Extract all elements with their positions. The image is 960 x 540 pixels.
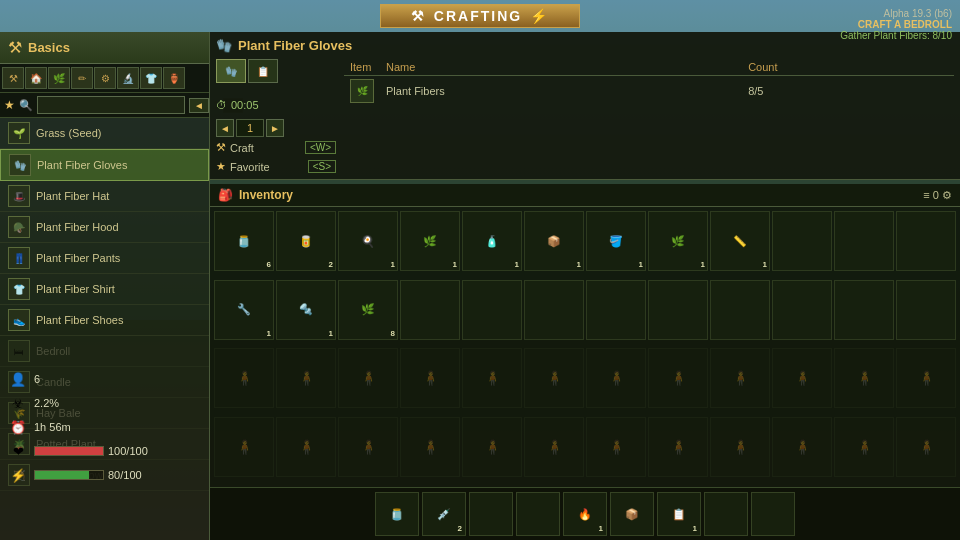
- inventory-slot[interactable]: 🧍: [834, 417, 894, 477]
- recipe-item[interactable]: 🌱 Grass (Seed): [0, 118, 209, 149]
- craft-tab-info[interactable]: 📋: [248, 59, 278, 83]
- hotbar-slot-icon: 📦: [625, 508, 639, 521]
- inventory-slot[interactable]: 📦 1: [524, 211, 584, 271]
- inventory-panel: 🎒 Inventory ≡ 0 ⚙ 🫙 6 🥫 2 🍳 1 �: [210, 184, 960, 487]
- ghost-figure: 🧍: [794, 370, 811, 386]
- inventory-slot[interactable]: [896, 280, 956, 340]
- inventory-slot[interactable]: [896, 211, 956, 271]
- stamina-icon: ⚡: [8, 465, 28, 485]
- inventory-slot[interactable]: 🧍: [710, 348, 770, 408]
- inventory-slot[interactable]: 🔩 1: [276, 280, 336, 340]
- inventory-slot[interactable]: 🧍: [400, 348, 460, 408]
- inventory-slot[interactable]: 🧍: [524, 348, 584, 408]
- cat-icon-write[interactable]: ✏: [71, 67, 93, 89]
- hotbar-slot[interactable]: 🔥 1: [563, 492, 607, 536]
- recipe-item[interactable]: 👟 Plant Fiber Shoes: [0, 305, 209, 336]
- craft-tabs: 🧤 📋: [216, 59, 336, 83]
- inventory-slot[interactable]: 🪣 1: [586, 211, 646, 271]
- recipe-item-icon: 🎩: [8, 185, 30, 207]
- recipe-item[interactable]: 🎩 Plant Fiber Hat: [0, 181, 209, 212]
- inventory-slot[interactable]: 🧍: [586, 417, 646, 477]
- cat-icon-gear[interactable]: ⚙: [94, 67, 116, 89]
- cat-icon-science[interactable]: 🔬: [117, 67, 139, 89]
- inventory-slot[interactable]: 🧍: [772, 348, 832, 408]
- slot-icon: 📏: [733, 235, 747, 248]
- req-header-count: Count: [742, 59, 954, 76]
- inventory-slot[interactable]: 🫙 6: [214, 211, 274, 271]
- recipe-item-name: Plant Fiber Shirt: [36, 283, 115, 295]
- inventory-weight: ≡ 0 ⚙: [923, 189, 952, 202]
- inventory-slot[interactable]: [462, 280, 522, 340]
- inventory-slot[interactable]: 🌿 8: [338, 280, 398, 340]
- inventory-slot[interactable]: 🧍: [524, 417, 584, 477]
- inventory-slot[interactable]: 🧍: [276, 348, 336, 408]
- slot-count: 1: [701, 260, 705, 269]
- recipe-item-name: Plant Fiber Hood: [36, 221, 119, 233]
- version-label: Alpha 19.3 (b6): [840, 8, 952, 19]
- cat-icon-home[interactable]: 🏠: [25, 67, 47, 89]
- inventory-slot[interactable]: 🧍: [710, 417, 770, 477]
- inventory-slot[interactable]: 🧍: [772, 417, 832, 477]
- hotbar-slot[interactable]: 📋 1: [657, 492, 701, 536]
- nav-left-button[interactable]: ◄: [189, 98, 209, 113]
- inventory-slot[interactable]: 🧍: [338, 417, 398, 477]
- inventory-slot[interactable]: 🔧 1: [214, 280, 274, 340]
- craft-timer: ⏱ 00:05: [216, 99, 259, 111]
- inventory-slot[interactable]: 🧍: [276, 417, 336, 477]
- inventory-slot[interactable]: [772, 280, 832, 340]
- hotbar-slot[interactable]: [704, 492, 748, 536]
- recipe-item[interactable]: 🧤 Plant Fiber Gloves: [0, 149, 209, 181]
- hotbar-slot[interactable]: [469, 492, 513, 536]
- hotbar-slot-icon: 💉: [437, 508, 451, 521]
- qty-increase-button[interactable]: ►: [266, 119, 284, 137]
- inventory-slot[interactable]: [400, 280, 460, 340]
- inventory-slot[interactable]: 🧍: [338, 348, 398, 408]
- inventory-slot[interactable]: [648, 280, 708, 340]
- ghost-figure: 🧍: [422, 370, 439, 386]
- hotbar-slot[interactable]: 📦: [610, 492, 654, 536]
- craft-tab-item[interactable]: 🧤: [216, 59, 246, 83]
- cat-icon-nature[interactable]: 🌿: [48, 67, 70, 89]
- level-row: 👤 6: [8, 369, 148, 389]
- inventory-slot[interactable]: 🧴 1: [462, 211, 522, 271]
- hotbar-slot[interactable]: [516, 492, 560, 536]
- inventory-slot[interactable]: 🧍: [648, 417, 708, 477]
- inventory-slot[interactable]: 🌿 1: [400, 211, 460, 271]
- inventory-slot[interactable]: 🍳 1: [338, 211, 398, 271]
- hotbar-slot-count: 2: [458, 524, 462, 533]
- inventory-slot[interactable]: 🌿 1: [648, 211, 708, 271]
- recipe-item[interactable]: 🛏 Bedroll: [0, 336, 209, 367]
- inventory-slot[interactable]: 🧍: [896, 348, 956, 408]
- cat-icon-clothing[interactable]: 👕: [140, 67, 162, 89]
- recipe-item[interactable]: 🪖 Plant Fiber Hood: [0, 212, 209, 243]
- inventory-slot[interactable]: 🧍: [896, 417, 956, 477]
- inventory-slot[interactable]: [834, 280, 894, 340]
- inventory-slot[interactable]: 🧍: [214, 417, 274, 477]
- inventory-slot[interactable]: [834, 211, 894, 271]
- inventory-slot[interactable]: 📏 1: [710, 211, 770, 271]
- inventory-slot[interactable]: 🧍: [648, 348, 708, 408]
- inventory-slot[interactable]: [524, 280, 584, 340]
- hotbar-slot[interactable]: 🫙: [375, 492, 419, 536]
- inventory-slot[interactable]: [772, 211, 832, 271]
- cat-icon-tools[interactable]: ⚒: [2, 67, 24, 89]
- inventory-slot[interactable]: 🧍: [834, 348, 894, 408]
- inventory-slot[interactable]: 🧍: [400, 417, 460, 477]
- hotbar-slot[interactable]: [751, 492, 795, 536]
- stamina-bar-bg: [34, 470, 104, 480]
- slot-icon: 🍳: [361, 235, 375, 248]
- inventory-slot[interactable]: 🧍: [586, 348, 646, 408]
- recipe-item[interactable]: 👖 Plant Fiber Pants: [0, 243, 209, 274]
- recipe-item[interactable]: 👕 Plant Fiber Shirt: [0, 274, 209, 305]
- inventory-slot[interactable]: 🥫 2: [276, 211, 336, 271]
- inventory-slot[interactable]: [586, 280, 646, 340]
- hotbar-slot[interactable]: 💉 2: [422, 492, 466, 536]
- weight-unit-icon: ⚙: [942, 189, 952, 201]
- qty-decrease-button[interactable]: ◄: [216, 119, 234, 137]
- inventory-slot[interactable]: 🧍: [462, 417, 522, 477]
- inventory-slot[interactable]: [710, 280, 770, 340]
- cat-icon-pottery[interactable]: 🏺: [163, 67, 185, 89]
- inventory-slot[interactable]: 🧍: [462, 348, 522, 408]
- inventory-slot[interactable]: 🧍: [214, 348, 274, 408]
- search-input[interactable]: [37, 96, 185, 114]
